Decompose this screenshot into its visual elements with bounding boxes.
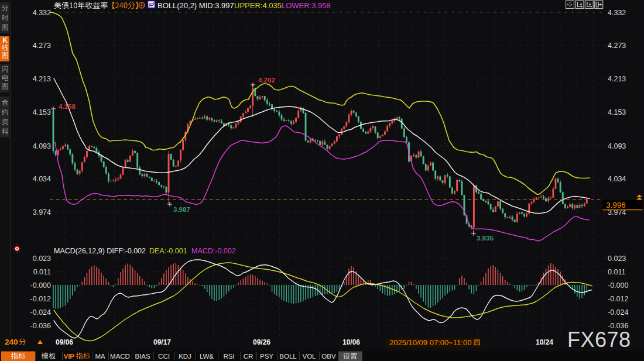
svg-text:-0.024: -0.024 (30, 308, 51, 317)
svg-text:VOL: VOL (302, 353, 316, 360)
svg-text:3.987: 3.987 (173, 206, 190, 213)
svg-text:0.011: 0.011 (33, 268, 51, 276)
svg-text:KDJ: KDJ (179, 353, 191, 360)
svg-text:BOLL: BOLL (279, 353, 297, 360)
svg-text:-0.012: -0.012 (30, 295, 51, 303)
svg-text:0.023: 0.023 (33, 255, 51, 263)
svg-text:10/06: 10/06 (342, 338, 360, 346)
svg-text:4.213: 4.213 (608, 75, 626, 83)
svg-text:BOLL(20,2) MID:3.997: BOLL(20,2) MID:3.997 (157, 1, 234, 10)
svg-text:09/26: 09/26 (253, 338, 270, 346)
svg-text:4.202: 4.202 (258, 77, 275, 84)
svg-text:3.996: 3.996 (606, 201, 626, 209)
svg-text:4.034: 4.034 (608, 175, 626, 183)
svg-text:-0.024: -0.024 (608, 308, 628, 317)
svg-text:2025/10/09 07:00~11:00: 2025/10/09 07:00~11:00 (389, 338, 471, 347)
svg-text:0.023: 0.023 (608, 255, 626, 263)
svg-text:PSY: PSY (260, 353, 273, 360)
svg-text:MACD: MACD (110, 353, 130, 360)
svg-text:-0.000: -0.000 (30, 281, 51, 290)
svg-text:LW&: LW& (200, 353, 214, 360)
svg-text:-0.012: -0.012 (608, 295, 628, 303)
svg-text:4.273: 4.273 (608, 42, 626, 50)
svg-text:0.011: 0.011 (608, 268, 625, 276)
svg-text:09/17: 09/17 (153, 338, 171, 346)
svg-text:BIAS: BIAS (135, 353, 150, 360)
svg-text:MACD(26,12,9) DIFF:-0.002: MACD(26,12,9) DIFF:-0.002 (54, 247, 146, 255)
svg-text:4.153: 4.153 (33, 108, 51, 116)
svg-text:3.974: 3.974 (33, 208, 51, 216)
svg-text:-0.000: -0.000 (608, 281, 628, 290)
svg-text:09/06: 09/06 (56, 338, 73, 346)
svg-text:4.153: 4.153 (608, 108, 626, 116)
svg-text:MACD:-0.002: MACD:-0.002 (191, 247, 236, 255)
svg-text:FX678: FX678 (567, 328, 631, 352)
svg-text:4.332: 4.332 (608, 9, 626, 17)
svg-text:240: 240 (5, 338, 18, 346)
svg-text:10/24: 10/24 (536, 338, 553, 346)
svg-text:DEA:-0.001: DEA:-0.001 (149, 247, 187, 255)
svg-text:4.332: 4.332 (33, 9, 51, 17)
svg-text:4.034: 4.034 (33, 175, 51, 183)
svg-text:3.935: 3.935 (477, 235, 494, 242)
svg-text:CCI: CCI (158, 353, 170, 360)
svg-text:LOWER:3.958: LOWER:3.958 (282, 1, 331, 10)
svg-text:4.273: 4.273 (33, 42, 51, 50)
svg-text:4.158: 4.158 (59, 103, 76, 110)
svg-text:CR: CR (244, 353, 254, 360)
svg-text:4.213: 4.213 (33, 75, 51, 83)
svg-text:4.093: 4.093 (33, 142, 51, 150)
svg-text:-0.036: -0.036 (30, 322, 51, 330)
svg-text:4.093: 4.093 (608, 142, 626, 150)
svg-text:VIP: VIP (64, 353, 75, 360)
svg-text:K: K (2, 36, 8, 44)
svg-text:UPPER:4.035: UPPER:4.035 (234, 1, 282, 10)
svg-text:MA: MA (95, 353, 105, 360)
svg-text:RSI: RSI (223, 353, 234, 360)
svg-text:OBV: OBV (321, 353, 336, 360)
